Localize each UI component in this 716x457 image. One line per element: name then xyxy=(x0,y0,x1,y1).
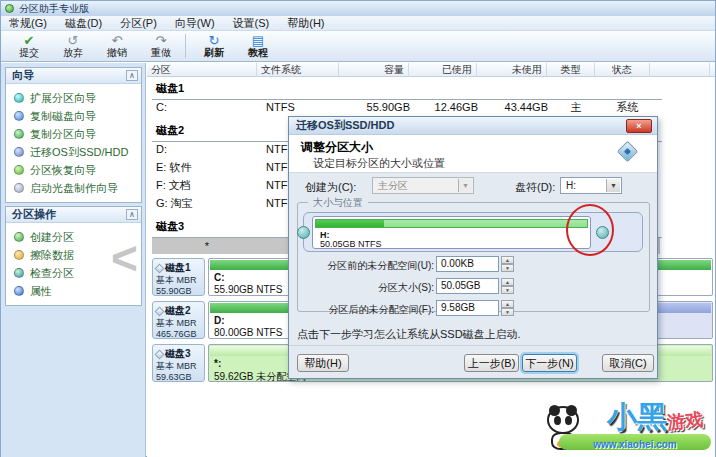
help-button[interactable]: 帮助(H) xyxy=(297,354,349,372)
refresh-button[interactable]: ↻ 刷新 xyxy=(192,32,236,61)
next-button[interactable]: 下一步(N) xyxy=(522,354,577,372)
tutorial-button[interactable]: ▤ 教程 xyxy=(236,32,280,61)
app-window: 分区助手专业版 常规(G) 磁盘(D) 分区(P) 向导(W) 设置(S) 帮助… xyxy=(0,0,716,457)
col-unused[interactable]: 未使用 xyxy=(477,63,547,77)
unalloc-before-input[interactable]: 0.00KB xyxy=(436,256,499,272)
watermark-logo: 小黑游戏 www.xiaohei.com xyxy=(543,376,713,454)
unalloc-before-label: 分区前的未分配空间(U): xyxy=(297,259,434,273)
redo-icon: ↷ xyxy=(156,34,167,47)
copy-disk-icon xyxy=(14,111,24,121)
submit-icon: ✔ xyxy=(24,34,35,47)
sidebar-item-partition-recovery-wizard[interactable]: 分区恢复向导 xyxy=(14,161,141,179)
boot-disc-icon xyxy=(14,183,24,193)
menu-partition[interactable]: 分区(P) xyxy=(120,16,157,31)
menu-help[interactable]: 帮助(H) xyxy=(287,16,324,31)
sidebar-item-extend-partition-wizard[interactable]: 扩展分区向导 xyxy=(14,89,141,107)
col-used[interactable]: 已使用 xyxy=(409,63,477,77)
wizard-panel-title: 向导 xyxy=(12,68,34,83)
partition-size-info: 50.05GB NTFS xyxy=(320,239,382,249)
operations-panel-header[interactable]: 分区操作 ∧ xyxy=(6,207,141,223)
operations-panel-title: 分区操作 xyxy=(12,207,56,222)
partition-size-stepper[interactable]: ▲▼ xyxy=(501,278,514,294)
disk1-group-row[interactable]: 磁盘1 xyxy=(152,79,662,100)
cancel-button[interactable]: 取消(C) xyxy=(602,354,654,372)
dialog-title: 迁移OS到SSD/HDD xyxy=(289,118,394,133)
toolbar: ✔ 提交 ↺ 放弃 ↶ 撤销 ↷ 重做 ↻ 刷新 ▤ 教程 xyxy=(1,31,715,62)
create-as-select[interactable]: 主分区 ▼ xyxy=(372,177,474,194)
create-partition-icon xyxy=(14,232,24,242)
menu-general[interactable]: 常规(G) xyxy=(9,16,47,31)
target-partition-box[interactable]: H: 50.05GB NTFS xyxy=(312,216,591,249)
disk1-label-block[interactable]: 磁盘1 基本 MBR 55.90GB xyxy=(152,258,205,296)
cursor-arrow: < xyxy=(111,235,138,281)
redo-button[interactable]: ↷ 重做 xyxy=(139,32,183,61)
titlebar: 分区助手专业版 xyxy=(1,1,715,16)
col-capacity[interactable]: 容量 xyxy=(339,63,409,77)
unalloc-after-stepper[interactable]: ▲▼ xyxy=(501,300,514,316)
spin-up-icon: ▲ xyxy=(501,256,514,264)
sidebar-item-properties[interactable]: 属性 xyxy=(14,282,141,300)
tutorial-icon: ▤ xyxy=(252,34,264,47)
wipe-data-icon xyxy=(14,250,24,260)
watermark-title: 小黑游戏 xyxy=(607,397,703,438)
drive-letter-label: 盘符(D): xyxy=(515,180,555,195)
partition-size-label: 分区大小(S): xyxy=(297,281,434,295)
toolbar-separator xyxy=(185,34,186,58)
dialog-subheading: 设定目标分区的大小或位置 xyxy=(313,156,445,171)
watermark-url-band: www.xiaohei.com xyxy=(559,434,711,450)
unalloc-before-stepper[interactable]: ▲▼ xyxy=(501,256,514,272)
table-row[interactable]: C: NTFS 55.90GB 12.46GB 43.44GB 主 系统 xyxy=(152,99,660,115)
undo-icon: ↶ xyxy=(112,34,123,47)
chevron-down-icon: ▼ xyxy=(606,179,620,192)
collapse-icon[interactable]: ∧ xyxy=(126,70,138,81)
used-space-fill xyxy=(316,220,384,227)
col-status[interactable]: 状态 xyxy=(595,63,650,77)
drive-letter-select[interactable]: H: ▼ xyxy=(560,177,622,194)
sidebar-item-copy-disk-wizard[interactable]: 复制磁盘向导 xyxy=(14,107,141,125)
sidebar: 向导 ∧ 扩展分区向导 复制磁盘向导 复制分区向导 xyxy=(1,63,146,457)
submit-button[interactable]: ✔ 提交 xyxy=(7,32,51,61)
disk-icon xyxy=(155,263,165,273)
disk3-label-block[interactable]: 磁盘3 基本 MBR 59.63GB xyxy=(152,344,205,382)
sidebar-item-copy-partition-wizard[interactable]: 复制分区向导 xyxy=(14,125,141,143)
spin-down-icon: ▼ xyxy=(501,264,514,272)
unalloc-after-label: 分区后的未分配空间(F): xyxy=(297,303,434,317)
watermark-url: www.xiaohei.com xyxy=(593,439,677,450)
menu-settings[interactable]: 设置(S) xyxy=(233,16,270,31)
disk-icon xyxy=(155,306,165,316)
partition-disk-icon xyxy=(617,141,638,162)
spin-down-icon: ▼ xyxy=(501,308,514,316)
discard-button[interactable]: ↺ 放弃 xyxy=(51,32,95,61)
dialog-header: 调整分区大小 设定目标分区的大小或位置 xyxy=(289,135,657,173)
spin-up-icon: ▲ xyxy=(501,278,514,286)
groupbox-legend: 大小与位置 xyxy=(308,196,368,210)
col-type[interactable]: 类型 xyxy=(547,63,595,77)
copy-partition-icon xyxy=(14,129,24,139)
wizard-panel-header[interactable]: 向导 ∧ xyxy=(6,68,141,84)
partition-recovery-icon xyxy=(14,165,24,175)
sidebar-item-migrate-os[interactable]: 迁移OS到SSD/HDD xyxy=(14,143,141,161)
disk-icon xyxy=(155,349,165,359)
undo-button[interactable]: ↶ 撤销 xyxy=(95,32,139,61)
chevron-down-icon: ▼ xyxy=(458,179,472,192)
close-button[interactable]: × xyxy=(626,119,652,133)
dialog-heading: 调整分区大小 xyxy=(301,139,373,156)
left-resize-handle[interactable] xyxy=(297,226,310,239)
col-partition[interactable]: 分区 xyxy=(147,63,257,77)
sidebar-item-boot-disc-wizard[interactable]: 启动光盘制作向导 xyxy=(14,179,141,197)
col-filesystem[interactable]: 文件系统 xyxy=(257,63,339,77)
red-circle-annotation xyxy=(566,204,614,256)
menu-disk[interactable]: 磁盘(D) xyxy=(65,16,102,31)
extend-partition-icon xyxy=(14,93,24,103)
wizard-panel: 向导 ∧ 扩展分区向导 复制磁盘向导 复制分区向导 xyxy=(5,67,142,203)
check-partition-icon xyxy=(14,268,24,278)
menu-wizard[interactable]: 向导(W) xyxy=(175,16,215,31)
collapse-icon[interactable]: ∧ xyxy=(126,209,138,220)
app-title: 分区助手专业版 xyxy=(19,2,89,16)
disk2-label-block[interactable]: 磁盘2 基本 MBR 465.76GB xyxy=(152,301,205,339)
unalloc-after-input[interactable]: 9.58GB xyxy=(436,300,499,316)
back-button[interactable]: 上一步(B) xyxy=(464,354,519,372)
table-header: 分区 文件系统 容量 已使用 未使用 类型 状态 xyxy=(147,63,715,77)
partition-size-input[interactable]: 50.05GB xyxy=(436,278,499,294)
dialog-titlebar[interactable]: 迁移OS到SSD/HDD × xyxy=(289,117,657,135)
